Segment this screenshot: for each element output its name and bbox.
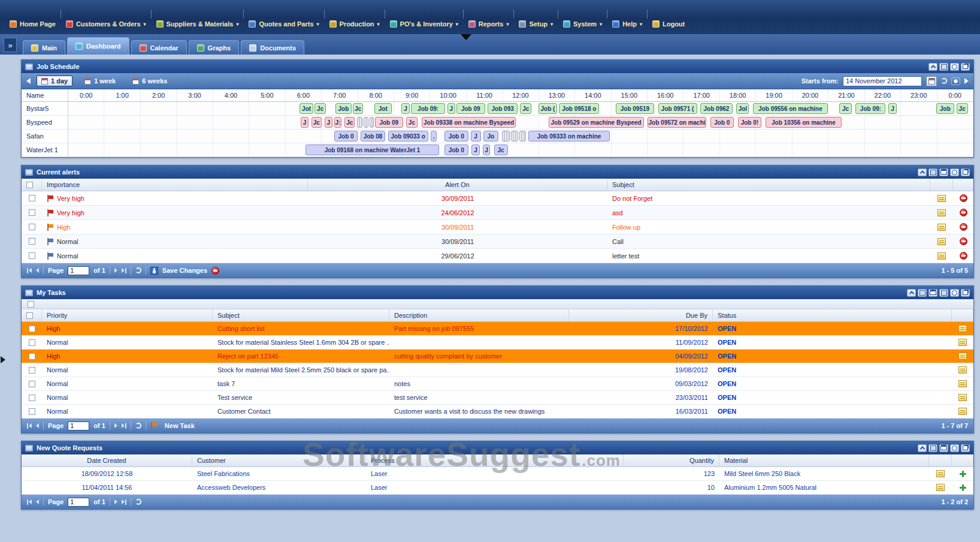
view-6-weeks-button[interactable]: 6 weeks: [128, 76, 172, 86]
edit-task-icon[interactable]: [958, 394, 967, 401]
menu-item-quotes-and-parts[interactable]: Quotes and Parts▾: [244, 19, 323, 29]
job-bar[interactable]: Job 09571 (: [658, 103, 697, 114]
scroll-right-button[interactable]: [964, 78, 969, 84]
job-bar[interactable]: J: [301, 117, 308, 128]
column-header-customer[interactable]: Customer: [192, 454, 366, 466]
menu-item-setup[interactable]: Setup▾: [514, 19, 558, 29]
job-bar[interactable]: J: [471, 144, 480, 155]
menu-item-logout[interactable]: Logout: [648, 19, 689, 29]
job-bar[interactable]: Jc: [406, 117, 418, 128]
job-bar[interactable]: Job 0: [444, 144, 468, 155]
row-checkbox[interactable]: [29, 408, 35, 415]
edit-task-icon[interactable]: [958, 366, 967, 374]
edit-note-icon[interactable]: [937, 252, 946, 260]
job-bar[interactable]: [357, 117, 362, 128]
header-checkbox[interactable]: [26, 182, 33, 188]
row-checkbox[interactable]: [29, 209, 35, 216]
task-row[interactable]: NormalCustomer ContactCustomer wants a v…: [22, 405, 973, 418]
alert-row[interactable]: Very high24/06/2012asd: [22, 206, 973, 220]
job-bar[interactable]: Job 10356 on machine: [766, 117, 842, 128]
export-icon[interactable]: [939, 289, 948, 297]
alert-row[interactable]: Very high30/09/2011Do not Forget: [22, 191, 973, 206]
first-page-button[interactable]: [27, 499, 32, 505]
top-collapse-handle[interactable]: [461, 34, 471, 40]
job-bar[interactable]: Job 0: [710, 117, 734, 128]
job-bar[interactable]: Job 09519: [616, 103, 655, 114]
refresh-icon[interactable]: [135, 267, 141, 273]
job-bar[interactable]: Job 09333 on machine: [528, 131, 610, 141]
job-bar[interactable]: Job 09: [375, 117, 403, 128]
edit-quote-icon[interactable]: [936, 484, 945, 491]
popout-icon[interactable]: [961, 63, 970, 71]
column-header-subject[interactable]: Subject: [213, 309, 389, 321]
tab-dashboard[interactable]: Dashboard: [67, 37, 129, 55]
refresh-icon[interactable]: [941, 78, 947, 84]
job-bar[interactable]: J: [888, 103, 897, 114]
menu-item-customers-orders[interactable]: Customers & Orders▾: [61, 19, 151, 29]
save-changes-button[interactable]: Save Changes: [162, 267, 207, 274]
edit-task-icon[interactable]: [958, 339, 967, 346]
column-header-alert-on[interactable]: Alert On: [308, 179, 607, 191]
collapse-icon[interactable]: [918, 168, 927, 176]
job-bar[interactable]: Job 09556 on machine: [753, 103, 828, 114]
job-bar[interactable]: Jc: [839, 103, 852, 114]
job-bar[interactable]: Job 09529 on machine Byspeed: [549, 117, 644, 128]
next-page-button[interactable]: [114, 499, 117, 504]
tab-graphs[interactable]: Graphs: [189, 40, 240, 55]
menu-item-help[interactable]: Help▾: [607, 19, 647, 29]
column-header-description[interactable]: Description: [389, 309, 569, 321]
row-checkbox[interactable]: [29, 367, 35, 374]
job-bar[interactable]: Job 0: [444, 131, 468, 141]
job-bar[interactable]: Job (: [539, 103, 557, 114]
column-header-due-by[interactable]: Due By: [569, 309, 713, 321]
collapse-icon[interactable]: [918, 444, 927, 452]
alert-row[interactable]: High30/09/2011Follow up: [22, 220, 973, 234]
column-header-blank[interactable]: [22, 309, 42, 321]
column-header-importance[interactable]: Importance: [42, 179, 308, 191]
print-icon[interactable]: [939, 444, 948, 452]
row-checkbox[interactable]: [29, 326, 35, 332]
menu-item-home-page[interactable]: Home Page: [5, 19, 61, 29]
clock-icon[interactable]: [951, 77, 960, 85]
new-task-button[interactable]: New Task: [165, 422, 195, 429]
delete-alert-icon[interactable]: [960, 194, 967, 202]
job-bar[interactable]: Job 09:: [411, 103, 445, 114]
prev-page-button[interactable]: [36, 499, 39, 504]
edit-note-icon[interactable]: [937, 238, 946, 245]
tab-documents[interactable]: Documents: [241, 40, 304, 55]
panel-collapse-handle[interactable]: [1, 356, 5, 363]
job-bar[interactable]: [511, 131, 519, 141]
prev-page-button[interactable]: [36, 268, 39, 273]
layout-icon[interactable]: [918, 289, 927, 297]
print-icon[interactable]: [928, 289, 937, 297]
row-checkbox[interactable]: [29, 224, 35, 230]
last-page-button[interactable]: [122, 268, 126, 273]
page-input[interactable]: [68, 421, 89, 430]
job-bar[interactable]: Job 09518 o: [559, 103, 599, 114]
prev-page-button[interactable]: [36, 423, 39, 428]
edit-note-icon[interactable]: [937, 209, 946, 216]
last-page-button[interactable]: [122, 499, 126, 505]
row-checkbox[interactable]: [29, 395, 35, 401]
quote-row[interactable]: 11/04/2011 14:56Accessweb DevelopersLase…: [22, 481, 973, 495]
edit-quote-icon[interactable]: [936, 470, 945, 477]
job-bar[interactable]: Jc: [957, 103, 968, 114]
column-header-status[interactable]: Status: [713, 309, 952, 321]
job-bar[interactable]: Job 09338 on machine Byspeed: [422, 117, 516, 128]
job-bar[interactable]: J: [401, 103, 410, 114]
layout-icon[interactable]: [928, 168, 937, 176]
refresh-icon[interactable]: [135, 423, 141, 429]
row-checkbox[interactable]: [29, 238, 35, 245]
job-bar[interactable]: Job: [936, 103, 954, 114]
collapse-icon[interactable]: [928, 63, 937, 71]
view-1-day-button[interactable]: 1 day: [37, 76, 72, 86]
job-bar[interactable]: Job 09572 on machi: [648, 117, 706, 128]
column-header-blank[interactable]: [952, 454, 973, 466]
column-header-blank[interactable]: [953, 179, 973, 191]
edit-note-icon[interactable]: [937, 195, 946, 202]
job-bar[interactable]: J:: [334, 117, 342, 128]
column-header-date-created[interactable]: Date Created: [22, 454, 192, 466]
alert-row[interactable]: Normal29/06/2012letter test: [22, 249, 973, 263]
job-bar[interactable]: J: [471, 131, 481, 141]
quote-row[interactable]: 18/09/2012 12:58Steel FabricationsLaser1…: [22, 467, 973, 481]
